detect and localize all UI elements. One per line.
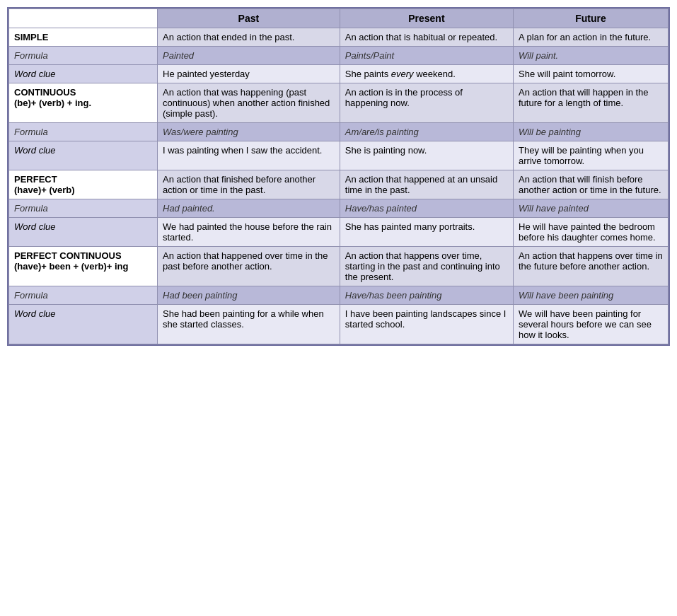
formula-past-perfect: Had painted.	[158, 199, 340, 218]
def-row-perfect: PERFECT(have)+ (verb)An action that fini…	[9, 170, 669, 199]
clue-row-perfect-continuous: Word clueShe had been painting for a whi…	[9, 305, 669, 344]
formula-future-perfect: Will have painted	[514, 199, 669, 218]
clue-row-perfect: Word clueWe had painted the house before…	[9, 218, 669, 247]
cat-cell-perfect-continuous: PERFECT CONTINUOUS(have)+ been + (verb)+…	[9, 247, 158, 286]
clue-row-simple: Word clueHe painted yesterdayShe paints …	[9, 65, 669, 83]
cat-sublabel: (be)+ (verb) + ing.	[14, 98, 91, 108]
header-present: Present	[340, 9, 513, 28]
clue-future-perfect: He will have painted the bedroom before …	[514, 218, 669, 247]
clue-label-continuous: Word clue	[9, 141, 158, 170]
header-future: Future	[514, 9, 669, 28]
clue-past-continuous: I was painting when I saw the accident.	[158, 141, 340, 170]
cat-label: CONTINUOUS	[14, 87, 76, 98]
cat-label: PERFECT	[14, 174, 57, 185]
formula-future-perfect-continuous: Will have been painting	[514, 286, 669, 305]
clue-present-perfect: She has painted many portraits.	[340, 218, 513, 247]
clue-past-perfect-continuous: She had been painting for a while when s…	[158, 305, 340, 344]
formula-label-perfect: Formula	[9, 199, 158, 218]
def-present-continuous: An action is in the process of happening…	[340, 83, 513, 123]
formula-present-perfect-continuous: Have/has been painting	[340, 286, 513, 305]
cat-cell-perfect: PERFECT(have)+ (verb)	[9, 170, 158, 199]
formula-future-continuous: Will be painting	[514, 123, 669, 141]
header-past: Past	[158, 9, 340, 28]
formula-present-simple: Paints/Paint	[340, 47, 513, 65]
formula-row-perfect: FormulaHad painted.Have/has paintedWill …	[9, 199, 669, 218]
header-empty	[9, 9, 158, 28]
def-future-simple: A plan for an action in the future.	[514, 28, 669, 47]
def-past-simple: An action that ended in the past.	[158, 28, 340, 47]
clue-future-perfect-continuous: We will have been painting for several h…	[514, 305, 669, 344]
def-future-continuous: An action that will happen in the future…	[514, 83, 669, 123]
def-past-continuous: An action that was happening (past conti…	[158, 83, 340, 123]
formula-past-perfect-continuous: Had been painting	[158, 286, 340, 305]
def-present-simple: An action that is habitual or repeated.	[340, 28, 513, 47]
cat-cell-simple: SIMPLE	[9, 28, 158, 47]
def-future-perfect-continuous: An action that happens over time in the …	[514, 247, 669, 286]
cat-label: SIMPLE	[14, 32, 48, 42]
cat-sublabel: (have)+ been + (verb)+ ing	[14, 261, 128, 272]
formula-future-simple: Will paint.	[514, 47, 669, 65]
formula-label-simple: Formula	[9, 47, 158, 65]
def-row-continuous: CONTINUOUS(be)+ (verb) + ing.An action t…	[9, 83, 669, 123]
def-present-perfect: An action that happened at an unsaid tim…	[340, 170, 513, 199]
formula-row-simple: FormulaPaintedPaints/PaintWill paint.	[9, 47, 669, 65]
def-row-perfect-continuous: PERFECT CONTINUOUS(have)+ been + (verb)+…	[9, 247, 669, 286]
formula-row-continuous: FormulaWas/were paintingAm/are/is painti…	[9, 123, 669, 141]
formula-present-perfect: Have/has painted	[340, 199, 513, 218]
clue-past-simple: He painted yesterday	[158, 65, 340, 83]
formula-present-continuous: Am/are/is painting	[340, 123, 513, 141]
cat-cell-continuous: CONTINUOUS(be)+ (verb) + ing.	[9, 83, 158, 123]
formula-past-continuous: Was/were painting	[158, 123, 340, 141]
def-past-perfect: An action that finished before another a…	[158, 170, 340, 199]
clue-present-perfect-continuous: I have been painting landscapes since I …	[340, 305, 513, 344]
cat-label: PERFECT CONTINUOUS	[14, 250, 122, 261]
def-past-perfect-continuous: An action that happened over time in the…	[158, 247, 340, 286]
clue-label-perfect-continuous: Word clue	[9, 305, 158, 344]
clue-row-continuous: Word clueI was painting when I saw the a…	[9, 141, 669, 170]
formula-row-perfect-continuous: FormulaHad been paintingHave/has been pa…	[9, 286, 669, 305]
clue-present-simple: She paints every weekend.	[340, 65, 513, 83]
def-row-simple: SIMPLEAn action that ended in the past.A…	[9, 28, 669, 47]
clue-past-perfect: We had painted the house before the rain…	[158, 218, 340, 247]
clue-label-simple: Word clue	[9, 65, 158, 83]
clue-future-simple: She will paint tomorrow.	[514, 65, 669, 83]
formula-past-simple: Painted	[158, 47, 340, 65]
def-future-perfect: An action that will finish before anothe…	[514, 170, 669, 199]
clue-present-continuous: She is painting now.	[340, 141, 513, 170]
clue-future-continuous: They will be painting when you arrive to…	[514, 141, 669, 170]
formula-label-continuous: Formula	[9, 123, 158, 141]
def-present-perfect-continuous: An action that happens over time, starti…	[340, 247, 513, 286]
grammar-table: Past Present Future SIMPLEAn action that…	[7, 7, 670, 346]
clue-label-perfect: Word clue	[9, 218, 158, 247]
formula-label-perfect-continuous: Formula	[9, 286, 158, 305]
header-row: Past Present Future	[9, 9, 669, 28]
cat-sublabel: (have)+ (verb)	[14, 185, 75, 195]
